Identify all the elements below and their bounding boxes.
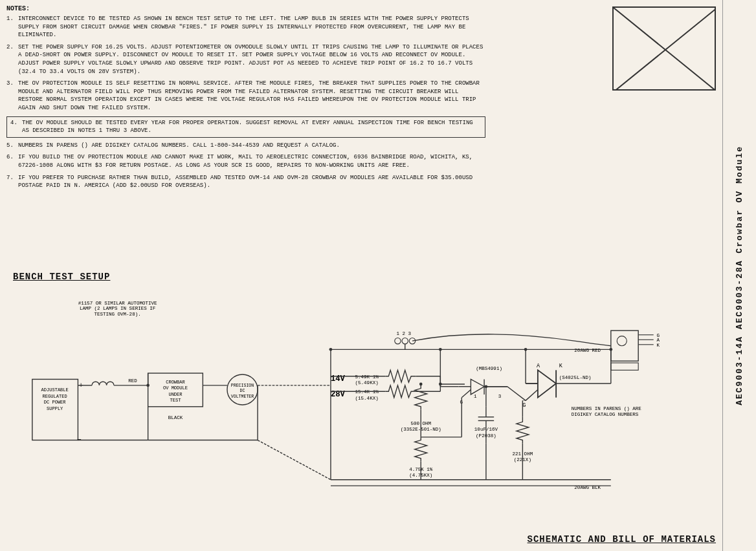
svg-text:#1157 OR SIMILAR AUTOMOTIVE: #1157 OR SIMILAR AUTOMOTIVE <box>78 301 157 306</box>
note-3-num: 3. <box>6 80 18 112</box>
note-7: 7. IF YOU PREFER TO PURCHASE RATHER THAN… <box>6 174 485 190</box>
svg-text:3: 3 <box>498 394 502 399</box>
svg-point-98 <box>524 348 528 351</box>
note-1-text: INTERCONNECT DEVICE TO BE TESTED AS SHOW… <box>18 15 485 39</box>
svg-text:DC POWER: DC POWER <box>44 400 67 405</box>
svg-point-119 <box>329 348 333 351</box>
svg-point-34 <box>395 338 401 343</box>
note-2-num: 2. <box>6 43 18 76</box>
note-5-num: 5. <box>6 142 18 150</box>
svg-text:NUMBERS IN PARENS () ARE: NUMBERS IN PARENS () ARE <box>572 406 642 411</box>
top-right-diagram-box <box>612 6 716 91</box>
note-6-text: IF YOU BUILD THE OV PROTECTION MODULE AN… <box>18 153 485 169</box>
svg-text:15.4K 1%: 15.4K 1% <box>355 389 379 394</box>
svg-text:OV MODULE: OV MODULE <box>163 385 188 391</box>
bench-test-title: BENCH TEST SETUP <box>13 272 110 282</box>
svg-point-32 <box>146 384 150 387</box>
side-title-text: AEC9003-14A AEC9003-28A Crowbar OV Modul… <box>735 146 744 405</box>
svg-text:(MBS4991): (MBS4991) <box>476 366 502 371</box>
svg-text:BLACK: BLACK <box>168 415 183 420</box>
note-5-text: NUMBERS IN PARENS () ARE DIGIKEY CATALOG… <box>18 142 485 150</box>
svg-point-38 <box>617 336 627 346</box>
svg-line-102 <box>507 387 526 401</box>
svg-rect-37 <box>611 330 638 361</box>
svg-point-101 <box>609 348 612 351</box>
side-title-panel: AEC9003-14A AEC9003-28A Crowbar OV Modul… <box>722 0 756 551</box>
svg-text:(15.4KX): (15.4KX) <box>355 396 379 401</box>
svg-point-35 <box>402 338 408 343</box>
svg-text:REGULATED: REGULATED <box>43 394 67 399</box>
note-5: 5. NUMBERS IN PARENS () ARE DIGIKEY CATA… <box>6 142 485 150</box>
svg-text:DC: DC <box>240 389 245 393</box>
svg-marker-90 <box>538 370 556 397</box>
svg-text:5.49K 1%: 5.49K 1% <box>355 374 379 380</box>
svg-line-70 <box>461 389 471 397</box>
svg-point-63 <box>419 383 423 386</box>
note-4-text: THE OV MODULE SHOULD BE TESTED EVERY YEA… <box>22 119 482 135</box>
svg-text:TESTING OVM-28).: TESTING OVM-28). <box>94 312 141 317</box>
svg-text:1 2 3: 1 2 3 <box>397 331 412 336</box>
svg-point-79 <box>439 348 442 351</box>
svg-text:K: K <box>559 363 563 369</box>
note-1-num: 1. <box>6 15 18 39</box>
bottom-section: BENCH TEST SETUP SCHEMATIC AND BILL OF M… <box>6 272 716 545</box>
svg-text:PRECISION: PRECISION <box>231 384 254 388</box>
svg-text:DIGIKEY CATALOG NUMBERS: DIGIKEY CATALOG NUMBERS <box>572 412 639 417</box>
page: AEC9003-14A AEC9003-28A Crowbar OV Modul… <box>0 0 756 551</box>
svg-text:(5.49KX): (5.49KX) <box>355 380 379 385</box>
note-3: 3. THE OV PROTECTION MODULE IS SELF RESE… <box>6 80 485 112</box>
note-3-text: THE OV PROTECTION MODULE IS SELF RESETTI… <box>18 80 485 112</box>
note-1: 1. INTERCONNECT DEVICE TO BE TESTED AS S… <box>6 15 485 39</box>
svg-text:CROWBAR: CROWBAR <box>166 380 185 385</box>
svg-line-121 <box>258 440 331 480</box>
notes-title: NOTES: <box>6 5 485 12</box>
svg-line-0 <box>614 8 715 89</box>
schematic-title: SCHEMATIC AND BILL OF MATERIALS <box>528 534 716 545</box>
svg-text:K: K <box>656 343 660 348</box>
svg-point-88 <box>485 385 488 388</box>
note-7-num: 7. <box>6 174 18 190</box>
svg-text:A: A <box>537 363 540 369</box>
note-7-text: IF YOU PREFER TO PURCHASE RATHER THAN BU… <box>18 174 485 190</box>
svg-text:1: 1 <box>474 394 477 399</box>
note-6: 6. IF YOU BUILD THE OV PROTECTION MODULE… <box>6 153 485 169</box>
note-4: 4. THE OV MODULE SHOULD BE TESTED EVERY … <box>6 116 485 138</box>
x-diagram <box>614 8 715 89</box>
svg-marker-68 <box>471 379 484 394</box>
note-2: 2. SET THE POWER SUPPLY FOR 16.25 VOLTS.… <box>6 43 485 76</box>
notes-section: NOTES: 1. INTERCONNECT DEVICE TO BE TEST… <box>6 5 485 194</box>
svg-text:TEST: TEST <box>170 398 181 403</box>
svg-rect-45 <box>611 363 638 370</box>
svg-text:20AWG RED: 20AWG RED <box>574 348 601 353</box>
svg-text:ADJUSTABLE: ADJUSTABLE <box>41 387 69 393</box>
circuit-diagram: #1157 OR SIMILAR AUTOMOTIVE LAMP (2 LAMP… <box>6 291 716 528</box>
note-6-num: 6. <box>6 153 18 169</box>
svg-text:RED: RED <box>128 378 137 384</box>
svg-text:(S4025L-ND): (S4025L-ND) <box>559 375 592 380</box>
svg-text:G: G <box>522 402 526 409</box>
note-4-num: 4. <box>10 119 22 135</box>
svg-text:UNDER: UNDER <box>168 392 183 397</box>
svg-text:SUPPLY: SUPPLY <box>47 406 63 411</box>
svg-text:LAMP (2 LAMPS IN SERIES IF: LAMP (2 LAMPS IN SERIES IF <box>80 306 155 311</box>
svg-line-94 <box>526 389 538 400</box>
note-2-text: SET THE POWER SUPPLY FOR 16.25 VOLTS. AD… <box>18 43 485 76</box>
svg-text:VOLTMETER: VOLTMETER <box>231 394 254 399</box>
